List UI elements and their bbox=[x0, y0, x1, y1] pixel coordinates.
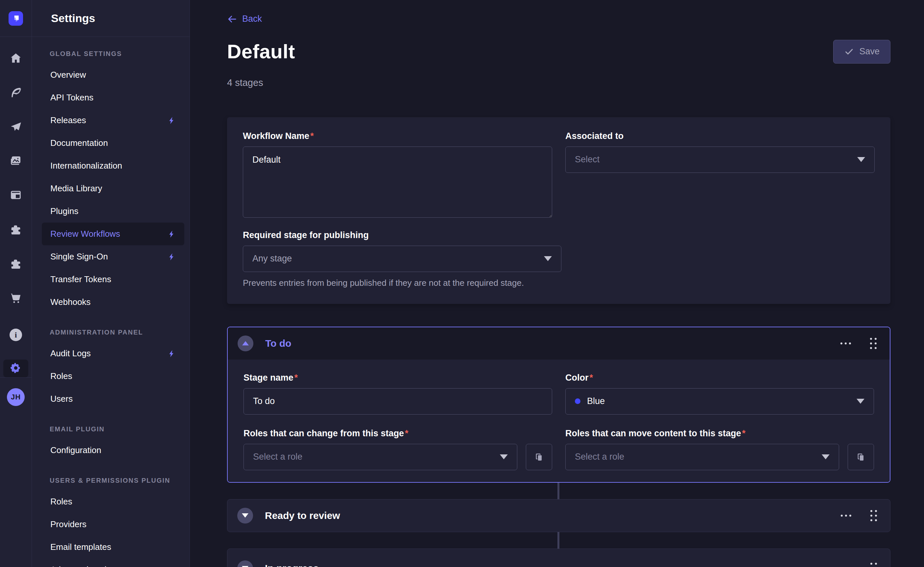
sidebar-item-media-library[interactable]: Media Library bbox=[42, 177, 184, 200]
sidebar-item-single-sign-on[interactable]: Single Sign-On bbox=[42, 245, 184, 268]
purchase-cart-icon[interactable] bbox=[9, 291, 23, 305]
lightning-icon bbox=[167, 349, 176, 358]
roles-change-field: Roles that can change from this stage* S… bbox=[243, 429, 552, 470]
roles-move-select[interactable]: Select a role bbox=[566, 444, 839, 470]
marketplace-puzzle-icon[interactable] bbox=[9, 257, 23, 271]
roles-move-field: Roles that can move content to this stag… bbox=[566, 429, 874, 470]
required-asterisk: * bbox=[405, 429, 409, 438]
section-label-global-settings: Global settings bbox=[50, 50, 189, 58]
help-info-icon[interactable]: i bbox=[9, 329, 22, 341]
chevron-down-icon bbox=[857, 157, 865, 162]
sidebar-item-up-roles[interactable]: Roles bbox=[42, 490, 184, 513]
sidebar-item-plugins[interactable]: Plugins bbox=[42, 200, 184, 223]
stage-drag-handle[interactable] bbox=[869, 509, 878, 523]
stage-options-menu-button[interactable] bbox=[839, 565, 853, 567]
user-avatar[interactable]: JH bbox=[7, 388, 25, 406]
stage-to-do-body: Stage name* Color* Blue Roles t bbox=[228, 359, 890, 482]
main-content: Back Default Save 4 stages Workflow Name… bbox=[190, 0, 924, 567]
plugins-puzzle-icon[interactable] bbox=[9, 223, 23, 236]
roles-change-select[interactable]: Select a role bbox=[243, 444, 517, 470]
sidebar-item-advanced-settings[interactable]: Advanced settings bbox=[42, 558, 184, 567]
required-asterisk: * bbox=[742, 429, 746, 438]
settings-sidebar: Settings Global settings Overview API To… bbox=[32, 0, 190, 567]
gear-icon bbox=[10, 362, 22, 374]
expand-toggle-button[interactable] bbox=[237, 508, 253, 523]
users-permissions-list: Roles Providers Email templates Advanced… bbox=[42, 490, 184, 567]
sidebar-item-audit-logs[interactable]: Audit Logs bbox=[42, 342, 184, 365]
stage-to-do-header[interactable]: To do bbox=[228, 327, 890, 359]
strapi-logo-glyph bbox=[12, 14, 20, 23]
stage-card-to-do: To do Stage name* Color* bbox=[227, 326, 890, 483]
lightning-icon bbox=[167, 253, 176, 261]
back-link[interactable]: Back bbox=[227, 14, 262, 24]
collapse-toggle-button[interactable] bbox=[238, 335, 254, 351]
content-type-builder-layout-icon[interactable] bbox=[9, 188, 23, 202]
save-button[interactable]: Save bbox=[833, 40, 890, 63]
duplicate-roles-button[interactable] bbox=[526, 444, 552, 470]
check-icon bbox=[844, 47, 854, 57]
stage-drag-handle[interactable] bbox=[869, 561, 878, 567]
associated-to-label: Associated to bbox=[566, 131, 874, 141]
stage-card-ready-to-review[interactable]: Ready to review bbox=[227, 499, 890, 532]
stage-title: Ready to review bbox=[265, 510, 340, 521]
associated-to-select[interactable]: Select bbox=[566, 146, 874, 173]
stage-title: To do bbox=[265, 338, 291, 349]
required-stage-hint: Prevents entries from being published if… bbox=[243, 278, 561, 288]
lightning-icon bbox=[167, 116, 176, 125]
section-label-users-permissions: Users & Permissions plugin bbox=[50, 477, 189, 484]
stage-color-field: Color* Blue bbox=[566, 373, 874, 415]
required-asterisk: * bbox=[294, 373, 298, 383]
copy-icon bbox=[856, 452, 866, 462]
administration-panel-list: Audit Logs Roles Users bbox=[42, 342, 184, 410]
sidebar-item-configuration[interactable]: Configuration bbox=[42, 439, 184, 462]
stage-options-menu-button[interactable] bbox=[839, 513, 853, 519]
main-nav-rail: i JH bbox=[0, 0, 32, 567]
sidebar-item-internationalization[interactable]: Internationalization bbox=[42, 155, 184, 177]
sidebar-item-documentation[interactable]: Documentation bbox=[42, 132, 184, 155]
stage-drag-handle[interactable] bbox=[869, 337, 878, 350]
sidebar-item-email-templates[interactable]: Email templates bbox=[42, 536, 184, 558]
releases-paper-plane-icon[interactable] bbox=[9, 120, 23, 134]
workflow-name-textarea[interactable]: Default bbox=[243, 146, 552, 218]
stage-card-in-progress[interactable]: In progress bbox=[227, 549, 890, 567]
sidebar-item-providers[interactable]: Providers bbox=[42, 513, 184, 536]
rail-icon-list bbox=[9, 37, 23, 305]
chevron-down-icon bbox=[822, 454, 830, 459]
required-stage-field: Required stage for publishing Any stage … bbox=[243, 230, 561, 288]
content-manager-feather-icon[interactable] bbox=[9, 86, 23, 99]
section-label-administration-panel: Administration panel bbox=[50, 329, 189, 336]
section-label-email-plugin: Email plugin bbox=[50, 426, 189, 433]
sidebar-item-releases[interactable]: Releases bbox=[42, 109, 184, 132]
sidebar-item-api-tokens[interactable]: API Tokens bbox=[42, 86, 184, 109]
required-stage-select[interactable]: Any stage bbox=[243, 246, 561, 272]
stage-name-input[interactable] bbox=[243, 388, 552, 415]
sidebar-item-webhooks[interactable]: Webhooks bbox=[42, 291, 184, 313]
stage-color-select[interactable]: Blue bbox=[566, 388, 874, 415]
sidebar-item-admin-roles[interactable]: Roles bbox=[42, 365, 184, 388]
stage-options-menu-button[interactable] bbox=[838, 340, 853, 346]
chevron-down-icon bbox=[500, 454, 508, 459]
sidebar-item-transfer-tokens[interactable]: Transfer Tokens bbox=[42, 268, 184, 291]
associated-to-field: Associated to Select bbox=[566, 131, 874, 218]
stage-count-subtitle: 4 stages bbox=[227, 77, 890, 88]
blue-color-dot bbox=[575, 399, 580, 404]
expand-toggle-button[interactable] bbox=[237, 560, 253, 567]
rail-bottom-group: i JH bbox=[0, 329, 32, 416]
required-asterisk: * bbox=[590, 373, 593, 383]
lightning-icon bbox=[167, 230, 176, 238]
sidebar-item-users[interactable]: Users bbox=[42, 388, 184, 410]
sidebar-header: Settings bbox=[32, 0, 189, 37]
duplicate-roles-button[interactable] bbox=[848, 444, 874, 470]
workflow-name-field: Workflow Name* Default bbox=[243, 131, 552, 218]
settings-active-button[interactable] bbox=[3, 359, 28, 377]
page-title: Default bbox=[227, 40, 295, 63]
email-plugin-list: Configuration bbox=[42, 439, 184, 462]
sidebar-item-review-workflows[interactable]: Review Workflows bbox=[42, 223, 184, 245]
strapi-logo[interactable] bbox=[9, 11, 23, 26]
chevron-up-icon bbox=[242, 341, 249, 345]
media-library-icon[interactable] bbox=[9, 154, 23, 168]
sidebar-item-overview[interactable]: Overview bbox=[42, 63, 184, 86]
home-icon[interactable] bbox=[9, 51, 23, 65]
chevron-down-icon bbox=[856, 399, 864, 404]
chevron-down-icon bbox=[242, 513, 249, 517]
